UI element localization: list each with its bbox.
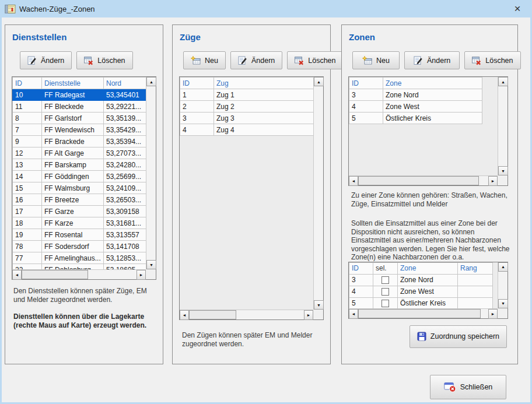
button-label: Ändern (251, 57, 275, 65)
vertical-scrollbar[interactable]: ▲ ▼ (313, 77, 323, 310)
panel-dienststellen: Dienststellen Ändern (5, 24, 163, 364)
dienststellen-aendern-button[interactable]: Ändern (20, 51, 72, 69)
table-row[interactable]: 7FF Wendewisch53,35429... (13, 124, 146, 136)
table-row[interactable]: 4Zone West (349, 286, 493, 297)
zonen-aendern-button[interactable]: Ändern (404, 51, 460, 69)
table-row[interactable]: 16FF Breetze53,26503... (13, 194, 146, 206)
column-header[interactable]: ID (349, 78, 383, 89)
column-header[interactable]: Zone (398, 262, 458, 274)
vertical-scrollbar[interactable]: ▲ ▼ (498, 262, 508, 308)
table-cell: FF Barskamp (42, 159, 104, 171)
scroll-right-icon[interactable]: ► (488, 309, 498, 319)
scroll-left-icon[interactable]: ◄ (180, 310, 189, 320)
row-checkbox[interactable] (382, 276, 389, 284)
table-cell (458, 286, 493, 297)
table-cell: Zug 1 (214, 89, 314, 101)
scrollbar-thumb[interactable] (22, 270, 88, 279)
table-cell: 4 (349, 286, 373, 297)
save-assignment-button[interactable]: Zuordnung speichern (410, 325, 507, 348)
table-row[interactable]: 15FF Walmsburg53,24109... (13, 182, 146, 194)
table-cell: 22 (13, 264, 42, 270)
horizontal-scrollbar[interactable]: ◄ ► (12, 269, 146, 279)
zonen-neu-button[interactable]: Neu (352, 51, 400, 69)
column-header[interactable]: sel. (373, 262, 398, 274)
horizontal-scrollbar[interactable]: ◄ ► (349, 175, 498, 185)
table-row[interactable]: 3Zone Nord (349, 89, 482, 101)
horizontal-scrollbar[interactable]: ◄ ► (180, 310, 313, 319)
scroll-down-icon[interactable]: ▼ (498, 166, 508, 175)
close-icon[interactable]: × (511, 2, 524, 15)
scroll-up-icon[interactable]: ▲ (314, 77, 324, 86)
table-row[interactable]: 78FF Sodersdorf53,141708 (13, 241, 146, 252)
table-row[interactable]: 13FF Barskamp53,24280... (13, 159, 146, 171)
table-cell: FF Garze (42, 206, 104, 217)
horizontal-scrollbar[interactable]: ◄ ► (349, 308, 498, 318)
scroll-left-icon[interactable]: ◄ (12, 270, 22, 280)
table-cell: 53,31681... (104, 217, 146, 229)
table-row[interactable]: 17FF Garze53,309158 (13, 206, 146, 217)
scroll-up-icon[interactable]: ▲ (146, 77, 156, 86)
table-cell (373, 286, 398, 297)
button-label: Ändern (41, 57, 64, 65)
vertical-scrollbar[interactable]: ▲ ▼ (498, 77, 508, 175)
scroll-down-icon[interactable]: ▼ (146, 260, 156, 269)
table-row[interactable]: 19FF Rosental53,313557 (13, 229, 146, 241)
scroll-down-icon[interactable]: ▼ (314, 300, 324, 310)
save-icon (417, 332, 426, 341)
table-cell: 16 (13, 194, 42, 206)
table-row[interactable]: 18FF Karze53,31681... (13, 217, 146, 229)
table-row[interactable]: 77FF Amelinghaus...53,12853... (13, 252, 146, 264)
scrollbar-thumb[interactable] (189, 310, 236, 319)
column-header[interactable]: Zone (383, 78, 482, 89)
table-cell: 53,27073... (104, 147, 146, 159)
zonen-loeschen-button[interactable]: Löschen (464, 51, 520, 69)
table-row[interactable]: 3Zug 3 (180, 113, 314, 124)
table-row[interactable]: 4Zone West (349, 101, 482, 113)
scroll-down-icon[interactable]: ▼ (498, 299, 508, 308)
dienststellen-loeschen-button[interactable]: Löschen (76, 51, 132, 69)
scrollbar-thumb[interactable] (358, 176, 479, 185)
scroll-up-icon[interactable]: ▲ (498, 262, 508, 272)
column-header[interactable]: Zug (214, 78, 314, 89)
scroll-left-icon[interactable]: ◄ (349, 176, 358, 186)
column-header[interactable]: ID (349, 262, 373, 274)
table-row[interactable]: 9FF Brackede53,35394... (13, 136, 146, 147)
scrollbar-thumb[interactable] (358, 309, 481, 318)
column-header[interactable]: Nord (104, 78, 146, 89)
table-row[interactable]: 1Zug 1 (180, 89, 314, 101)
zuege-aendern-button[interactable]: Ändern (230, 51, 282, 69)
schliessen-button[interactable]: Schließen (430, 375, 506, 399)
scroll-left-icon[interactable]: ◄ (349, 309, 358, 319)
zonen-neighbors-table: IDsel.ZoneRang3Zone Nord4Zone West5Östli… (348, 262, 508, 319)
zuege-toolbar: Neu Ändern (183, 51, 330, 69)
table-cell: 12 (13, 147, 42, 159)
table-row[interactable]: 4Zug 4 (180, 124, 314, 136)
table-row[interactable]: 5Östlicher Kreis (349, 113, 482, 124)
table-cell: FF Breetze (42, 194, 104, 206)
vertical-scrollbar[interactable]: ▲ ▼ (146, 77, 156, 269)
row-checkbox[interactable] (382, 300, 389, 307)
table-row[interactable]: 5Östlicher Kreis (349, 297, 493, 308)
table-row[interactable]: 8FF Garlstorf53,35139... (13, 113, 146, 124)
column-header[interactable]: ID (180, 78, 214, 89)
column-header[interactable]: Dienststelle (42, 78, 104, 89)
table-cell (458, 274, 493, 286)
table-row[interactable]: 10FF Radegast53,345401 (13, 89, 146, 101)
table-row[interactable]: 2Zug 2 (180, 101, 314, 113)
panel-title-zuege: Züge (180, 32, 330, 43)
column-header[interactable]: Rang (458, 262, 493, 274)
scroll-right-icon[interactable]: ► (304, 310, 313, 320)
table-row[interactable]: 22FF Dahlenburg53,18605 (13, 264, 146, 270)
zuege-neu-button[interactable]: Neu (183, 51, 226, 69)
table-row[interactable]: 3Zone Nord (349, 274, 493, 286)
zuege-loeschen-button[interactable]: Löschen (287, 51, 343, 69)
row-checkbox[interactable] (382, 288, 389, 296)
scroll-right-icon[interactable]: ► (136, 270, 146, 280)
table-row[interactable]: 11FF Bleckede53,29221... (13, 101, 146, 113)
column-header[interactable]: ID (13, 78, 42, 89)
table-row[interactable]: 12FF Alt Garge53,27073... (13, 147, 146, 159)
scroll-up-icon[interactable]: ▲ (498, 77, 508, 86)
table-row[interactable]: 14FF Göddingen53,25699... (13, 171, 146, 182)
table-cell: 53,35139... (104, 113, 146, 124)
scroll-right-icon[interactable]: ► (488, 176, 498, 186)
